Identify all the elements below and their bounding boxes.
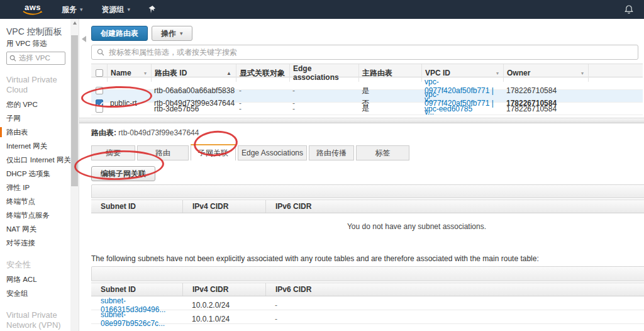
sort-caret-icon: ▾ [144,70,147,76]
sort-caret-icon: ▾ [496,70,499,76]
tab-route-propagation[interactable]: 路由传播 [309,145,354,160]
nav-resource-groups-label: 资源组 [102,4,125,15]
sidebar-item-peering-connections[interactable]: 对等连接 [6,236,70,250]
nav-services[interactable]: 服务 ▾ [62,4,83,15]
cell-route-table-id: rtb-3de57b56 [151,104,236,113]
col-ipv4-cidr: IPv4 CIDR [182,200,265,213]
subnet-id-link[interactable]: subnet-08e997b9526c7c... [101,310,165,328]
filter-search-input[interactable]: 按标签和属性筛选，或者按关键字搜索 [91,45,638,60]
sort-asc-icon: ▲ [226,70,231,76]
col-explicit-assoc[interactable]: 显式关联对象 [236,64,289,82]
scrollbar-thumb[interactable] [71,35,78,186]
sidebar-item-egress-only-igw[interactable]: 仅出口 Internet 网关 [6,153,70,167]
sidebar-item-dhcp-option-sets[interactable]: DHCP 选项集 [6,167,70,181]
row-checkbox[interactable] [96,87,103,94]
search-icon [9,55,16,62]
cell-edge: - [289,86,358,95]
tab-tags[interactable]: 标签 [356,145,409,160]
main-route-table-note: The following subnets have not been expl… [91,254,644,263]
pane-splitter[interactable] [79,118,644,123]
sidebar-item-network-acl[interactable]: 网络 ACL [6,272,70,286]
unassoc-toolbar [91,266,644,281]
sidebar-item-subnets[interactable]: 子网 [6,111,70,125]
sidebar-item-your-vpcs[interactable]: 您的 VPC [6,98,70,111]
detail-title: 路由表: rtb-0b49d73f99e347644 [91,128,644,138]
nav-services-label: 服务 [62,4,77,15]
subnet-assoc-toolbar [91,184,644,198]
sort-caret-icon: ▾ [581,70,584,76]
tab-edge-associations[interactable]: Edge Associations [238,145,307,160]
col-subnet-id: Subnet ID [91,200,182,213]
route-table-row[interactable]: rtb-3de57b56 - - 是 vpc-eed60785 17822671… [91,103,643,115]
unassoc-header: Subnet ID IPv4 CIDR IPv6 CIDR [91,283,644,296]
col-spacer [588,64,643,82]
sidebar-section-security: 安全性 [6,260,64,270]
cell-ipv6-cidr: - [265,315,644,323]
sidebar-item-nat-gateways[interactable]: NAT 网关 [6,222,70,236]
cell-explicit: - [236,86,289,95]
cell-main: 是 [358,103,421,114]
detail-route-table-id: rtb-0b49d73f99e347644 [118,128,199,137]
tab-routes[interactable]: 路由 [137,145,189,160]
tab-summary[interactable]: 摘要 [91,145,135,160]
filter-placeholder: 按标签和属性筛选，或者按关键字搜索 [109,47,237,58]
sidebar-item-route-tables[interactable]: 路由表 [6,125,70,139]
actions-button-label: 操作 [161,28,176,39]
col-ipv4-cidr: IPv4 CIDR [182,283,265,296]
row-checkbox[interactable] [96,105,103,113]
col-name[interactable]: Name▾ [107,64,151,82]
sidebar-item-internet-gateways[interactable]: Internet 网关 [6,139,70,153]
vpc-filter-placeholder: 选择 VPC [19,53,50,63]
aws-logo-text: aws [25,4,41,11]
collapse-sidebar-handle[interactable] [82,36,86,42]
route-tables-header: Name▾ 路由表 ID▲ 显式关联对象 Edge associations 主… [91,64,643,77]
sidebar-item-endpoints[interactable]: 终端节点 [6,194,70,208]
detail-tabs: 摘要 路由 子网关联 Edge Associations 路由传播 标签 [91,144,644,160]
select-all-checkbox[interactable] [96,69,103,77]
empty-associations-message: You do not have any subnet associations. [91,213,644,240]
chevron-down-icon: ▾ [128,6,131,13]
edit-subnet-associations-button[interactable]: 编辑子网关联 [91,166,155,181]
col-route-table-id[interactable]: 路由表 ID▲ [151,64,236,82]
subnet-associations-table: Subnet ID IPv4 CIDR IPv6 CIDR You do not… [91,184,644,240]
bell-icon[interactable] [624,4,634,14]
search-icon [97,48,104,56]
cell-main: 是 [358,86,421,96]
top-nav: aws 服务 ▾ 资源组 ▾ [0,0,644,19]
cell-name: public-rt [107,99,151,108]
sidebar-scrollbar[interactable] [70,19,79,331]
chevron-down-icon: ▾ [180,30,183,36]
unassociated-subnets-table: Subnet ID IPv4 CIDR IPv6 CIDR subnet-016… [91,266,644,324]
cell-edge: - [289,104,358,113]
vpc-filter-input[interactable]: 选择 VPC [6,52,65,65]
scrollbar-up-button[interactable] [70,19,79,27]
main-content: 创建路由表 操作 ▾ 按标签和属性筛选，或者按关键字搜索 Name▾ 路由表 I… [79,19,644,331]
cell-ipv4-cidr: 10.0.1.0/24 [182,315,265,323]
sidebar-section-vpc: Virtual Private Cloud [6,75,64,95]
sidebar-item-security-groups[interactable]: 安全组 [6,286,70,300]
aws-logo[interactable]: aws [23,4,43,15]
col-ipv6-cidr: IPv6 CIDR [265,200,644,213]
col-owner[interactable]: Owner▾ [503,64,588,82]
subnet-row[interactable]: subnet-08e997b9526c7c... 10.0.1.0/24 - [91,310,644,324]
col-main-route-table[interactable]: 主路由表 [358,64,421,82]
sidebar-item-elastic-ip[interactable]: 弹性 IP [6,181,70,194]
actions-button[interactable]: 操作 ▾ [152,26,192,41]
scroll-up-icon [73,21,77,25]
cell-owner: 178226710584 [503,86,588,95]
subnet-row[interactable]: subnet-0166315d3d9496... 10.0.2.0/24 - [91,296,644,310]
create-route-table-button[interactable]: 创建路由表 [91,26,148,41]
sidebar-item-endpoint-services[interactable]: 终端节点服务 [6,208,70,222]
col-edge-assoc[interactable]: Edge associations [289,64,358,82]
cell-route-table-id: rtb-06a6a00a66abf5838 [151,86,236,95]
cell-ipv4-cidr: 10.0.2.0/24 [182,301,265,310]
sidebar-filter-label: 用 VPC 筛选 [6,39,70,48]
subnet-assoc-header: Subnet ID IPv4 CIDR IPv6 CIDR [91,199,644,213]
tab-subnet-associations[interactable]: 子网关联 [191,144,236,160]
pin-icon[interactable] [148,5,156,14]
nav-resource-groups[interactable]: 资源组 ▾ [102,4,131,15]
vpc-id-link[interactable]: vpc-eed60785 [425,104,472,113]
cell-ipv6-cidr: - [265,301,644,310]
chevron-down-icon: ▾ [80,6,83,13]
cell-explicit: - [236,104,289,113]
